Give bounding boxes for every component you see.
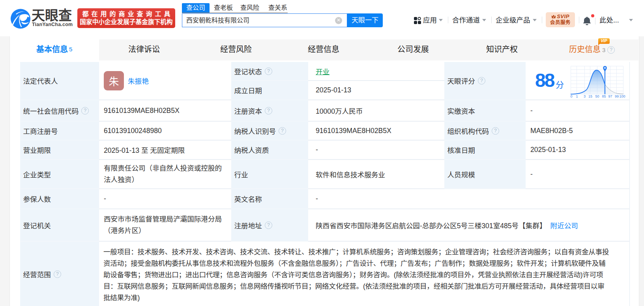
svg-text:50: 50 (595, 94, 599, 98)
svg-text:100: 100 (619, 94, 625, 98)
svg-text:0: 0 (570, 94, 572, 98)
svg-text:97: 97 (608, 94, 612, 98)
svg-text:85: 85 (602, 94, 606, 98)
svg-text:1: 1 (576, 94, 578, 98)
svg-text:3: 3 (584, 94, 586, 98)
svg-text:15: 15 (588, 94, 592, 98)
svg-text:99: 99 (615, 94, 619, 98)
